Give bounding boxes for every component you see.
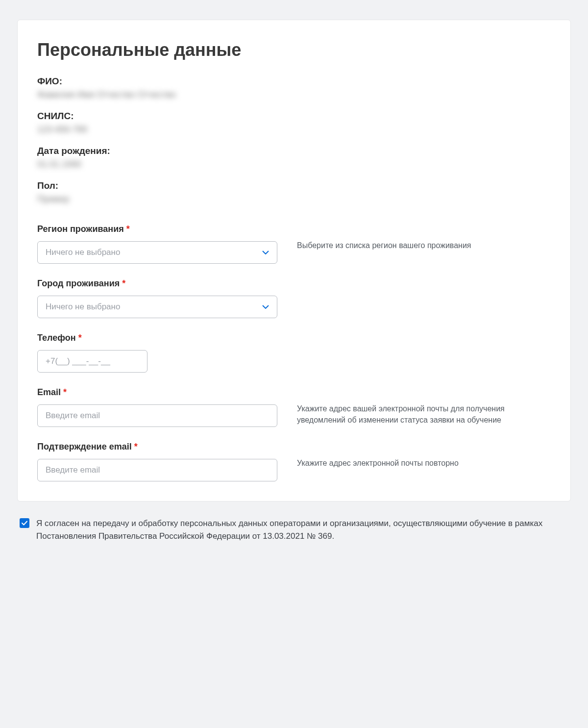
page-title: Персональные данные [37,40,551,60]
form-row-email: Email * Укажите адрес вашей электронной … [37,387,551,427]
gender-value: Пример [37,194,551,204]
form-row-region: Регион проживания * Ничего не выбрано Вы… [37,224,551,264]
static-field-gender: Пол: Пример [37,180,551,204]
region-select-value: Ничего не выбрано [46,248,120,257]
required-asterisk: * [78,333,82,343]
required-asterisk: * [126,224,130,234]
form-row-city: Город проживания * Ничего не выбрано [37,278,551,318]
caret-down-icon [262,251,269,254]
email-label: Email * [37,387,277,398]
phone-input[interactable] [37,350,147,373]
snils-label: СНИЛС: [37,111,551,122]
personal-data-card: Персональные данные ФИО: Фамилия Имя Отч… [17,20,571,502]
form-row-phone: Телефон * [37,333,551,373]
consent-text: Я согласен на передачу и обработку персо… [36,517,568,542]
required-asterisk: * [63,387,67,397]
birthdate-label: Дата рождения: [37,146,551,156]
email-helper: Укажите адрес вашей электронной почты дл… [297,403,551,426]
region-select[interactable]: Ничего не выбрано [37,241,277,264]
fullname-value: Фамилия Имя Отчество Отчество [37,90,551,100]
required-asterisk: * [134,442,138,452]
snils-value: 123-456-789 [37,125,551,135]
form-row-email-confirm: Подтверждение email * Укажите адрес элек… [37,442,551,481]
city-label: Город проживания * [37,278,277,289]
city-select[interactable]: Ничего не выбрано [37,296,277,318]
city-select-value: Ничего не выбрано [46,302,120,312]
email-confirm-helper: Укажите адрес электронной почты повторно [297,457,551,469]
gender-label: Пол: [37,180,551,191]
required-asterisk: * [122,278,125,288]
static-field-snils: СНИЛС: 123-456-789 [37,111,551,135]
fullname-label: ФИО: [37,76,551,87]
static-field-fullname: ФИО: Фамилия Имя Отчество Отчество [37,76,551,100]
email-confirm-label: Подтверждение email * [37,442,277,452]
caret-down-icon [262,305,269,309]
birthdate-value: 01.01.1990 [37,159,551,170]
consent-checkbox[interactable] [20,518,29,528]
region-label: Регион проживания * [37,224,277,234]
static-field-birthdate: Дата рождения: 01.01.1990 [37,146,551,170]
email-confirm-input[interactable] [37,459,277,481]
form-section: Регион проживания * Ничего не выбрано Вы… [37,224,551,481]
region-helper: Выберите из списка регион вашего прожива… [297,240,551,251]
phone-label: Телефон * [37,333,277,343]
email-input[interactable] [37,404,277,427]
consent-row: Я согласен на передачу и обработку персо… [17,517,571,542]
